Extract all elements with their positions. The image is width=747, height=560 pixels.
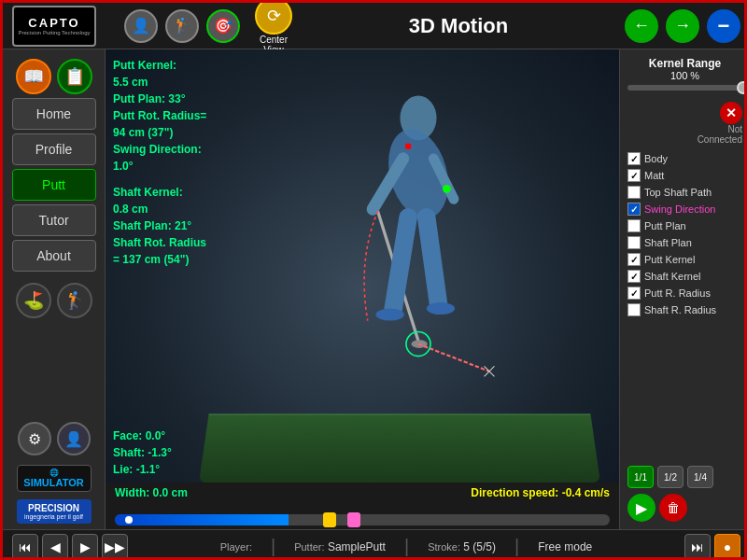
cb-top-shaft: Top Shaft Path: [627, 186, 742, 199]
kernel-slider[interactable]: [627, 85, 742, 91]
nav-minus-button[interactable]: −: [707, 9, 740, 43]
view-icon-3[interactable]: 🎯: [206, 9, 240, 43]
cb-matt: Matt: [627, 169, 742, 182]
cb-shaft-radius: Shaft R. Radius: [627, 303, 742, 316]
nav-back-button[interactable]: ←: [625, 9, 658, 43]
cb-shaft-radius-box[interactable]: [627, 303, 641, 316]
cb-top-shaft-box[interactable]: [627, 186, 641, 199]
svg-point-15: [405, 144, 412, 150]
cb-body: Body: [627, 152, 742, 165]
svg-point-9: [427, 302, 455, 315]
disconnect-icon: ✕: [720, 102, 742, 124]
pb-skip-back-button[interactable]: ⏮: [12, 534, 38, 560]
play-button[interactable]: ▶: [627, 494, 655, 522]
nav-tutor-button[interactable]: Tutor: [12, 204, 96, 236]
golfer-icon-1[interactable]: ⛳: [16, 283, 51, 318]
cb-shaft-kernel: Shaft Kernel: [627, 270, 742, 283]
clipboard-icon[interactable]: 📋: [57, 59, 92, 94]
sim-icon: 🌐: [21, 469, 88, 477]
person-icon[interactable]: 👤: [57, 422, 91, 455]
width-label: Width: 0.0 cm: [115, 486, 188, 499]
pb-forward-button[interactable]: ▶▶: [102, 534, 128, 560]
progress-marker-pink[interactable]: [347, 512, 360, 527]
cb-putt-plan-box[interactable]: [627, 219, 641, 232]
sim-label: SIMULATOR: [21, 477, 88, 488]
right-bottom-controls: 1/1 1/2 1/4 ▶ 🗑: [627, 466, 742, 522]
cb-shaft-radius-label: Shaft R. Radius: [644, 304, 716, 315]
not-connected-label: Not Connected: [698, 124, 742, 145]
kernel-range-title: Kernel Range: [627, 57, 742, 70]
sidebar-bottom-icons: ⚙ 👤 🌐 SIMULATOR PRECISION ingegneria per…: [8, 422, 99, 524]
settings-icon[interactable]: ⚙: [18, 422, 51, 455]
putter-value: SamplePutt: [328, 540, 386, 553]
lie-value: Lie: -1.1°: [113, 461, 172, 478]
bottom-icon-row-1: ⚙ 👤: [18, 422, 91, 455]
book-icon[interactable]: 📖: [16, 59, 51, 94]
logo-text: CAPTO: [28, 16, 79, 30]
cb-putt-radius: Putt R. Radius: [627, 287, 742, 300]
progress-fill: [115, 514, 289, 525]
not-connected-section: ✕ Not Connected: [627, 102, 742, 145]
cb-putt-plan-label: Putt Plan: [644, 220, 686, 231]
svg-point-8: [375, 309, 403, 321]
nav-home-button[interactable]: Home: [12, 98, 96, 130]
cb-shaft-plan: Shaft Plan: [627, 236, 742, 249]
svg-line-7: [427, 217, 439, 305]
cb-shaft-plan-box[interactable]: [627, 236, 641, 249]
sidebar-top-icons: 📖 📋: [16, 59, 92, 94]
progress-marker-yellow[interactable]: [323, 512, 336, 527]
nav-forward-button[interactable]: →: [666, 9, 699, 43]
slider-thumb[interactable]: [737, 81, 747, 94]
cb-shaft-kernel-label: Shaft Kernel: [644, 271, 701, 282]
cb-swing-dir-box[interactable]: [627, 203, 641, 216]
page-title: 3D Motion: [292, 14, 625, 38]
cb-putt-radius-box[interactable]: [627, 287, 641, 300]
center-view-circle: ⟳: [255, 0, 292, 35]
cb-matt-label: Matt: [644, 170, 664, 181]
playback-controls-left: ⏮ ◀ ▶ ▶▶: [12, 534, 128, 560]
prec-label: PRECISION: [21, 503, 88, 513]
pb-play-button[interactable]: ▶: [72, 534, 98, 560]
cb-top-shaft-label: Top Shaft Path: [644, 187, 712, 198]
cb-putt-kernel-box[interactable]: [627, 253, 641, 266]
frac-1-4-button[interactable]: 1/4: [687, 466, 713, 488]
nav-profile-button[interactable]: Profile: [12, 133, 96, 165]
pb-end-button[interactable]: ⏭: [684, 534, 711, 560]
cb-body-box[interactable]: [627, 152, 641, 165]
golfer-figure: [278, 77, 558, 432]
divider-3: |: [514, 536, 519, 557]
view-icon-2[interactable]: 🏌: [165, 9, 199, 43]
main-3d-view[interactable]: Putt Kernel: 5.5 cm Putt Plan: 33° Putt …: [106, 49, 619, 529]
cb-putt-kernel-label: Putt Kernel: [644, 254, 695, 265]
pb-back-button[interactable]: ◀: [42, 534, 68, 560]
center-view-button[interactable]: ⟳ CenterView: [255, 0, 292, 55]
view-icon-1[interactable]: 👤: [124, 9, 158, 43]
shaft-plan: Shaft Plan: 21°: [113, 217, 206, 234]
cb-shaft-kernel-box[interactable]: [627, 270, 641, 283]
putt-rot-value: 94 cm (37"): [113, 124, 206, 141]
putter-label: Putter:: [294, 541, 324, 553]
pb-orange-button[interactable]: ●: [714, 534, 740, 560]
golfer-icon-2[interactable]: 🏌: [57, 283, 92, 318]
player-item: Player:: [220, 540, 252, 553]
progress-track[interactable]: [115, 514, 610, 525]
shaft-rot: Shaft Rot. Radius: [113, 234, 206, 251]
shaft-value: Shaft: -1.3°: [113, 444, 172, 461]
cb-body-label: Body: [644, 153, 668, 164]
delete-button[interactable]: 🗑: [659, 494, 687, 522]
shaft-rot-value: = 137 cm (54"): [113, 251, 206, 268]
fraction-row: 1/1 1/2 1/4: [627, 466, 742, 488]
frac-1-1-button[interactable]: 1/1: [627, 466, 654, 488]
swing-direction-label: Swing Direction:: [113, 141, 206, 158]
nav-putt-button[interactable]: Putt: [12, 169, 96, 201]
frac-1-2-button[interactable]: 1/2: [657, 466, 684, 488]
swing-direction-value: 1.0°: [113, 158, 206, 175]
nav-about-button[interactable]: About: [12, 240, 96, 272]
face-value: Face: 0.0°: [113, 427, 172, 444]
status-bar: ⏮ ◀ ▶ ▶▶ Player: | Putter: SamplePutt | …: [3, 529, 747, 560]
cb-matt-box[interactable]: [627, 169, 641, 182]
sidebar-figure-icons: ⛳ 🏌: [16, 283, 92, 318]
direction-speed-label: Direction speed: -0.4 cm/s: [471, 486, 610, 499]
right-panel: Kernel Range 100 % ✕ Not Connected Body …: [619, 49, 747, 529]
simulator-logo: 🌐 SIMULATOR: [17, 465, 92, 492]
